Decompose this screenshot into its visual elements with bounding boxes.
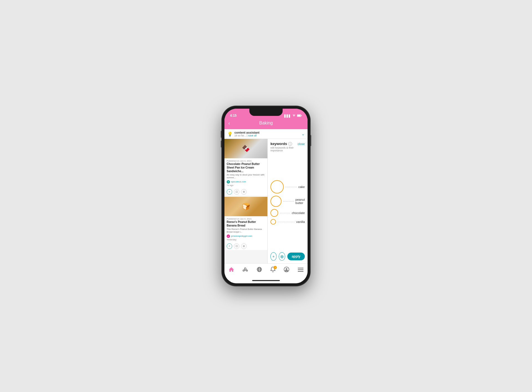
bubble-dashes-peanutbutter	[283, 201, 294, 202]
svg-point-4	[243, 270, 244, 271]
svg-line-6	[244, 269, 245, 270]
bubble-peanutbutter	[270, 196, 282, 207]
keyword-label-peanutbutter: peanutbutter	[295, 198, 305, 205]
add-button-2[interactable]: +	[227, 243, 232, 249]
article-2-actions: + ⊡ ⊗	[224, 242, 267, 250]
keywords-title: keywords	[270, 142, 287, 146]
article-2-date: Published on Jun 4, 2021	[227, 218, 265, 220]
article-1-actions: + ⊡ ⊗	[224, 188, 267, 196]
svg-point-15	[286, 268, 287, 270]
battery-icon	[297, 114, 302, 118]
svg-point-5	[246, 270, 248, 271]
keyword-label-cake: cake	[298, 185, 305, 189]
dismiss-button-1[interactable]: ⊗	[241, 189, 247, 195]
bubble-vanilla	[270, 219, 276, 225]
article-2-title: Reese's Peanut Butter Banana Bread	[227, 220, 265, 227]
article-1-desc: An easy way to stock your freezer with s…	[227, 174, 265, 179]
assistant-lightbulb-icon: 💡	[227, 131, 233, 137]
bubble-chocolate	[270, 209, 278, 217]
svg-rect-2	[301, 115, 302, 116]
article-2-source-dot: p	[227, 235, 230, 238]
connections-icon	[242, 267, 248, 273]
article-2-source-name: princesspinkygirl.com	[231, 235, 252, 237]
bookmark-button-1[interactable]: ⊡	[234, 189, 239, 195]
volume-up-button[interactable]	[221, 131, 222, 138]
home-icon	[229, 267, 234, 273]
nav-profile[interactable]	[284, 267, 289, 274]
keyword-label-vanilla: vanilla	[296, 220, 305, 223]
menu-icon	[298, 267, 303, 273]
power-button[interactable]	[310, 135, 311, 146]
keywords-actions: + ⊗ apply	[270, 251, 305, 261]
add-button-1[interactable]: +	[227, 189, 232, 195]
signal-icon: ▋▋▋	[284, 114, 291, 118]
main-content: 🍫 Published on Jun 3, 2021 Chocolate–Pea…	[224, 139, 308, 263]
article-1-source-name: epicurious.com	[231, 180, 246, 183]
nav-connections[interactable]	[242, 267, 248, 273]
content-area: 💡 content assistant 18 so far... | save …	[224, 129, 308, 263]
keyword-row-chocolate[interactable]: chocolate	[270, 209, 305, 217]
bubble-dashes-chocolate	[280, 213, 290, 213]
top-nav: ‹ Baking	[224, 119, 308, 129]
nav-menu[interactable]	[298, 267, 303, 273]
nav-notifications[interactable]: 7	[270, 267, 275, 274]
notch	[249, 109, 283, 116]
keywords-panel: keywords i close edit keywords & their i…	[268, 139, 308, 263]
article-2-image: 🍞	[224, 197, 267, 216]
save-all-link[interactable]: save all	[248, 134, 257, 137]
close-keywords-button[interactable]: close	[298, 142, 305, 146]
keywords-header: keywords i close	[270, 142, 305, 146]
info-icon[interactable]: i	[288, 142, 292, 146]
article-1-source-row: e epicurious.com	[227, 180, 265, 184]
article-1-time: 7d ago	[227, 184, 265, 187]
keyword-row-cake[interactable]: cake	[270, 180, 305, 194]
notification-badge: 7	[273, 266, 277, 269]
assistant-text: content assistant 18 so far... | save al…	[234, 131, 259, 137]
keyword-row-peanutbutter[interactable]: peanutbutter	[270, 196, 305, 207]
avatar-icon	[284, 267, 289, 274]
svg-point-3	[244, 268, 246, 269]
nav-globe[interactable]	[257, 267, 262, 274]
article-2-body: Published on Jun 4, 2021 Reese's Peanut …	[224, 216, 267, 242]
status-time: 4:15	[230, 114, 237, 118]
keywords-bubbles: cake peanutbutter chocolate	[270, 154, 305, 251]
remove-keyword-button[interactable]: ⊗	[279, 252, 285, 261]
apply-button[interactable]: apply	[287, 253, 305, 260]
svg-line-7	[246, 269, 247, 270]
articles-column: 🍫 Published on Jun 3, 2021 Chocolate–Pea…	[224, 139, 268, 263]
dismiss-button-2[interactable]: ⊗	[241, 243, 247, 249]
phone-frame: 4:15 ▋▋▋	[222, 106, 310, 286]
article-card-2: 🍞 Published on Jun 4, 2021 Reese's Peanu…	[224, 197, 267, 250]
status-icons: ▋▋▋	[284, 114, 302, 118]
assistant-title: content assistant	[234, 131, 259, 134]
content-assistant-bar[interactable]: 💡 content assistant 18 so far... | save …	[224, 129, 308, 139]
article-2-source-row: p princesspinkygirl.com	[227, 235, 265, 238]
page-title: Baking	[259, 121, 273, 126]
article-2-time: Yesterday	[227, 238, 265, 241]
article-1-image: 🍫	[224, 139, 267, 158]
keyword-label-chocolate: chocolate	[292, 211, 305, 215]
back-button[interactable]: ‹	[228, 120, 230, 126]
volume-down-button[interactable]	[221, 141, 222, 147]
bookmark-button-2[interactable]: ⊡	[234, 243, 239, 249]
bottom-nav: 7	[224, 263, 308, 278]
bubble-dashes-vanilla	[278, 222, 295, 222]
home-indicator	[224, 278, 308, 283]
article-1-date: Published on Jun 3, 2021	[227, 160, 265, 162]
keyword-row-vanilla[interactable]: vanilla	[270, 219, 305, 225]
assistant-chevron-icon[interactable]: ⌄	[301, 132, 305, 136]
svg-rect-1	[297, 115, 301, 116]
article-1-body: Published on Jun 3, 2021 Chocolate–Peanu…	[224, 158, 267, 188]
add-keyword-button[interactable]: +	[270, 252, 277, 261]
nav-home[interactable]	[229, 267, 234, 273]
assistant-left: 💡 content assistant 18 so far... | save …	[227, 131, 259, 137]
home-bar	[252, 280, 280, 281]
article-1-title: Chocolate–Peanut Butter Sheet Pan Ice Cr…	[227, 162, 265, 173]
assistant-subtitle: 18 so far... | save all	[234, 134, 259, 137]
globe-icon	[257, 267, 262, 274]
phone-screen: 4:15 ▋▋▋	[224, 109, 308, 283]
keywords-subtitle: edit keywords & their importance	[270, 146, 305, 152]
bubble-dashes-cake	[285, 187, 297, 187]
wifi-icon	[292, 114, 296, 118]
bubble-cake	[270, 180, 284, 194]
